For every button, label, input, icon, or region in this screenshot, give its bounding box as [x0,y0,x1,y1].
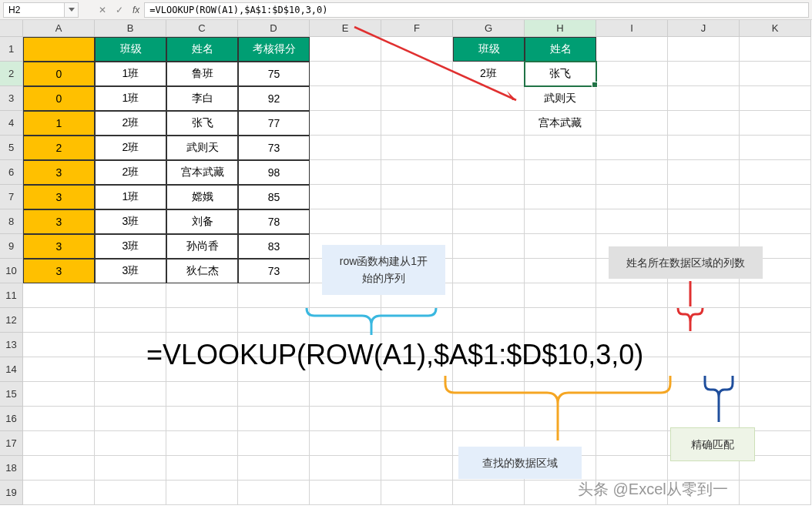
cell-K7[interactable] [740,185,811,209]
cell-K8[interactable] [740,209,811,234]
cell-H4[interactable]: 宫本武藏 [525,111,596,136]
row-header-5[interactable]: 5 [0,136,23,160]
cell-G5[interactable] [453,136,525,160]
cell-C1[interactable]: 姓名 [166,37,238,62]
cell-J6[interactable] [668,160,740,185]
cell-F12[interactable] [381,308,453,333]
cell-D16[interactable] [238,407,310,431]
cell-C4[interactable]: 张飞 [166,111,238,136]
cell-B19[interactable] [95,481,166,505]
cell-D7[interactable]: 85 [238,185,310,209]
cell-I5[interactable] [596,136,668,160]
cell-C3[interactable]: 李白 [166,86,238,111]
cell-D5[interactable]: 73 [238,136,310,160]
cell-K14[interactable] [740,357,811,382]
cell-G4[interactable] [453,111,525,136]
cell-G7[interactable] [453,185,525,209]
row-header-6[interactable]: 6 [0,160,23,185]
cell-E4[interactable] [310,111,381,136]
cell-I4[interactable] [596,111,668,136]
cell-B3[interactable]: 1班 [95,86,166,111]
cell-I8[interactable] [596,209,668,234]
cancel-formula-button[interactable]: ✕ [94,2,111,18]
cell-A1[interactable] [23,37,95,62]
cell-A7[interactable]: 3 [23,185,95,209]
row-header-12[interactable]: 12 [0,308,23,333]
cell-D2[interactable]: 75 [238,62,310,86]
cell-H10[interactable] [525,259,596,283]
cell-J14[interactable] [668,357,740,382]
cell-D17[interactable] [238,431,310,456]
cell-J3[interactable] [668,86,740,111]
cell-H9[interactable] [525,234,596,259]
cell-A12[interactable] [23,308,95,333]
cell-J12[interactable] [668,308,740,333]
cell-B9[interactable]: 3班 [95,234,166,259]
cell-J13[interactable] [668,333,740,357]
cell-D9[interactable]: 83 [238,234,310,259]
cell-E18[interactable] [310,456,381,481]
cell-K3[interactable] [740,86,811,111]
row-header-9[interactable]: 9 [0,234,23,259]
cell-E1[interactable] [310,37,381,62]
cell-C2[interactable]: 鲁班 [166,62,238,86]
cell-D11[interactable] [238,283,310,308]
cell-H1[interactable]: 姓名 [525,37,596,62]
cell-A15[interactable] [23,382,95,407]
col-header-A[interactable]: A [23,20,95,37]
cell-D12[interactable] [238,308,310,333]
row-header-8[interactable]: 8 [0,209,23,234]
cell-A17[interactable] [23,431,95,456]
row-header-3[interactable]: 3 [0,86,23,111]
cell-B11[interactable] [95,283,166,308]
cell-C10[interactable]: 狄仁杰 [166,259,238,283]
cell-J11[interactable] [668,283,740,308]
cell-E8[interactable] [310,209,381,234]
cell-E19[interactable] [310,481,381,505]
col-header-G[interactable]: G [453,20,525,37]
row-header-7[interactable]: 7 [0,185,23,209]
cell-K2[interactable] [740,62,811,86]
cell-G3[interactable] [453,86,525,111]
cell-D18[interactable] [238,456,310,481]
cell-I1[interactable] [596,37,668,62]
cell-K1[interactable] [740,37,811,62]
cell-D19[interactable] [238,481,310,505]
cell-D15[interactable] [238,382,310,407]
cell-J2[interactable] [668,62,740,86]
cell-G11[interactable] [453,283,525,308]
cell-B17[interactable] [95,431,166,456]
cell-I18[interactable] [596,456,668,481]
cell-B10[interactable]: 3班 [95,259,166,283]
cell-E2[interactable] [310,62,381,86]
cell-B16[interactable] [95,407,166,431]
cell-C17[interactable] [166,431,238,456]
row-header-16[interactable]: 16 [0,407,23,431]
cell-A19[interactable] [23,481,95,505]
cell-F19[interactable] [381,481,453,505]
cell-B6[interactable]: 2班 [95,160,166,185]
cell-E5[interactable] [310,136,381,160]
cell-E15[interactable] [310,382,381,407]
cell-H11[interactable] [525,283,596,308]
cell-C8[interactable]: 刘备 [166,209,238,234]
cell-A8[interactable]: 3 [23,209,95,234]
cell-D3[interactable]: 92 [238,86,310,111]
cell-F2[interactable] [381,62,453,86]
cell-H16[interactable] [525,407,596,431]
row-header-17[interactable]: 17 [0,431,23,456]
cell-I16[interactable] [596,407,668,431]
cell-I15[interactable] [596,382,668,407]
cell-B8[interactable]: 3班 [95,209,166,234]
cell-F17[interactable] [381,431,453,456]
cell-B18[interactable] [95,456,166,481]
cell-H2[interactable]: 张飞 [525,62,596,86]
cell-E17[interactable] [310,431,381,456]
cell-B15[interactable] [95,382,166,407]
cell-J5[interactable] [668,136,740,160]
cell-I17[interactable] [596,431,668,456]
cell-A16[interactable] [23,407,95,431]
cell-I11[interactable] [596,283,668,308]
cell-E6[interactable] [310,160,381,185]
cell-E12[interactable] [310,308,381,333]
